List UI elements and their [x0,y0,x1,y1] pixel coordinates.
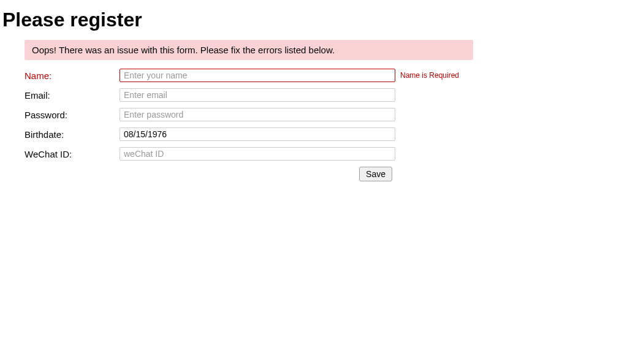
name-input[interactable] [120,69,395,82]
birthdate-row: Birthdate: [25,127,473,141]
birthdate-label: Birthdate: [25,129,120,140]
email-input[interactable] [120,88,395,102]
page-title: Please register [2,9,627,31]
register-form: Oops! There was an issue with this form.… [25,40,473,181]
button-row: Save [25,167,392,181]
save-button[interactable]: Save [359,167,392,181]
wechat-label: WeChat ID: [25,149,120,159]
password-row: Password: [25,108,473,121]
birthdate-input[interactable] [120,127,395,141]
name-label: Name: [25,70,120,81]
password-input[interactable] [120,108,395,121]
wechat-row: WeChat ID: [25,147,473,161]
error-alert: Oops! There was an issue with this form.… [25,40,473,60]
name-row: Name: Name is Required [25,69,473,82]
email-label: Email: [25,90,120,100]
email-row: Email: [25,88,473,102]
password-label: Password: [25,110,120,120]
wechat-input[interactable] [120,147,395,161]
name-error-msg: Name is Required [400,71,459,80]
